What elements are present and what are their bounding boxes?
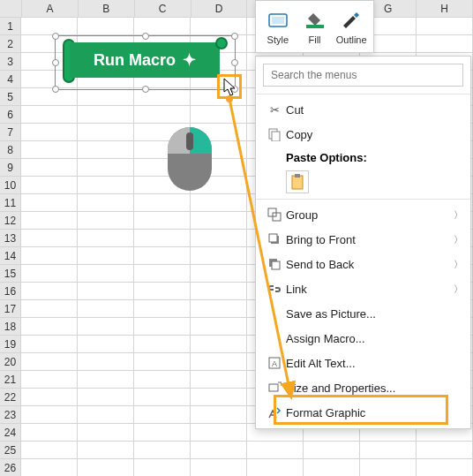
cell[interactable] [134, 300, 191, 318]
row-header[interactable]: 2 [0, 35, 21, 53]
cell[interactable] [360, 459, 417, 476]
row-header[interactable]: 19 [0, 336, 21, 353]
menu-link[interactable]: Link 〉 [256, 276, 470, 301]
cell[interactable] [78, 124, 134, 141]
select-all-corner[interactable] [0, 0, 22, 17]
cell[interactable] [304, 459, 360, 476]
cell[interactable] [191, 265, 247, 283]
row-header[interactable]: 18 [0, 318, 21, 336]
cell[interactable] [191, 106, 247, 124]
cell[interactable] [191, 318, 247, 336]
cell[interactable] [360, 442, 417, 459]
row-header[interactable]: 6 [0, 106, 21, 124]
cell[interactable] [191, 212, 247, 230]
cell[interactable] [21, 353, 78, 371]
cell[interactable] [304, 442, 360, 459]
cell[interactable] [134, 106, 191, 124]
cell[interactable] [134, 230, 191, 247]
cell[interactable] [417, 35, 473, 53]
resize-handle[interactable] [231, 33, 238, 40]
cell[interactable] [21, 159, 78, 177]
row-header[interactable]: 13 [0, 230, 21, 247]
cell[interactable] [134, 212, 191, 230]
row-header[interactable]: 15 [0, 265, 21, 283]
cell[interactable] [134, 389, 191, 406]
resize-handle[interactable] [142, 86, 149, 93]
cell[interactable] [191, 300, 247, 318]
cell[interactable] [78, 88, 134, 106]
row-header[interactable]: 20 [0, 353, 21, 371]
cell[interactable] [21, 247, 78, 265]
row-header[interactable]: 10 [0, 177, 21, 194]
cell[interactable] [191, 371, 247, 389]
cell[interactable] [78, 18, 134, 35]
cell[interactable] [21, 283, 78, 300]
style-button[interactable]: Style [261, 4, 295, 49]
cell[interactable] [21, 265, 78, 283]
cell[interactable] [191, 424, 247, 442]
cell[interactable] [134, 406, 191, 424]
cell[interactable] [78, 247, 134, 265]
col-header[interactable]: D [191, 0, 248, 17]
cell[interactable] [417, 18, 473, 35]
cell[interactable] [134, 424, 191, 442]
cell[interactable] [21, 300, 78, 318]
cell[interactable] [134, 247, 191, 265]
cell[interactable] [134, 336, 191, 353]
cell[interactable] [21, 371, 78, 389]
row-header[interactable]: 22 [0, 389, 21, 406]
outline-button[interactable]: Outline [334, 4, 368, 49]
cell[interactable] [21, 406, 78, 424]
cell[interactable] [21, 141, 78, 159]
menu-format-graphic[interactable]: Format Graphic [256, 400, 470, 425]
row-header[interactable]: 7 [0, 124, 21, 141]
row-header[interactable]: 8 [0, 141, 21, 159]
cell[interactable] [417, 442, 473, 459]
row-header[interactable]: 23 [0, 406, 21, 424]
menu-bring-to-front[interactable]: Bring to Front 〉 [256, 227, 470, 252]
row-header[interactable]: 3 [0, 53, 21, 71]
menu-group[interactable]: Group 〉 [256, 202, 470, 227]
cell[interactable] [191, 459, 247, 476]
cell[interactable] [21, 336, 78, 353]
resize-handle[interactable] [52, 59, 59, 66]
cell[interactable] [21, 442, 78, 459]
row-header[interactable]: 17 [0, 300, 21, 318]
cell[interactable] [78, 353, 134, 371]
resize-handle[interactable] [52, 33, 59, 40]
cell[interactable] [78, 442, 134, 459]
cell[interactable] [21, 194, 78, 212]
cell[interactable] [78, 406, 134, 424]
cell[interactable] [191, 194, 247, 212]
menu-save-as-picture[interactable]: Save as Picture... [256, 301, 470, 326]
cell[interactable] [78, 265, 134, 283]
cell[interactable] [21, 459, 78, 476]
cell[interactable] [21, 106, 78, 124]
row-header[interactable]: 1 [0, 18, 21, 35]
cell[interactable] [78, 283, 134, 300]
cell[interactable] [21, 177, 78, 194]
cell[interactable] [191, 18, 247, 35]
cell[interactable] [134, 353, 191, 371]
cell[interactable] [78, 194, 134, 212]
col-header[interactable]: C [135, 0, 191, 17]
cell[interactable] [21, 424, 78, 442]
cell[interactable] [191, 442, 247, 459]
cell[interactable] [134, 318, 191, 336]
cell[interactable] [78, 300, 134, 318]
cell[interactable] [191, 353, 247, 371]
col-header[interactable]: H [417, 0, 473, 17]
cell[interactable] [191, 283, 247, 300]
col-header[interactable]: B [79, 0, 135, 17]
row-header[interactable]: 26 [0, 459, 21, 476]
cell[interactable] [247, 442, 304, 459]
cell[interactable] [78, 424, 134, 442]
cell[interactable] [21, 124, 78, 141]
cell[interactable] [78, 371, 134, 389]
col-header[interactable]: A [22, 0, 79, 17]
menu-size-properties[interactable]: Size and Properties... [256, 375, 470, 400]
cell[interactable] [21, 318, 78, 336]
cell[interactable] [134, 265, 191, 283]
cell[interactable] [134, 194, 191, 212]
cell[interactable] [134, 459, 191, 476]
